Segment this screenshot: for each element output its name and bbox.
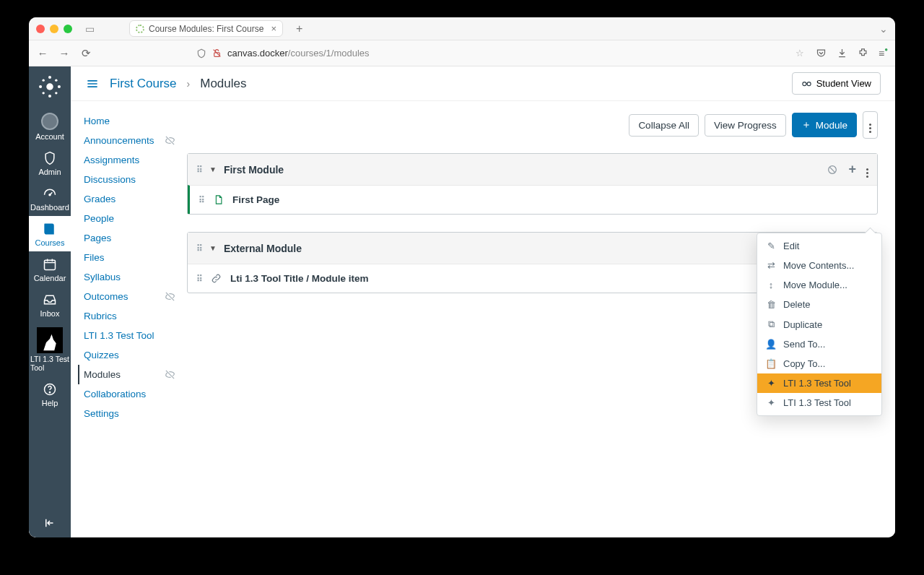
menu-edit[interactable]: ✎Edit (757, 236, 881, 256)
course-nav-item[interactable]: Files (84, 248, 183, 267)
module-options-button[interactable] (866, 161, 868, 178)
course-nav-link[interactable]: Quizzes (84, 350, 119, 360)
course-nav-item[interactable]: Discussions (84, 170, 183, 189)
modules-options-button[interactable] (863, 111, 878, 139)
hidden-icon (165, 291, 175, 302)
student-view-button[interactable]: Student View (792, 72, 881, 95)
course-nav-item[interactable]: People (84, 209, 183, 228)
breadcrumb-course-link[interactable]: First Course (110, 77, 177, 91)
maximize-window-button[interactable] (64, 25, 72, 33)
add-module-button[interactable]: ＋ Module (792, 113, 857, 137)
extensions-icon[interactable] (858, 48, 868, 59)
course-nav-item[interactable]: Settings (84, 404, 183, 423)
course-nav-link[interactable]: Settings (84, 408, 119, 419)
course-nav-item[interactable]: Collaborations (84, 384, 183, 404)
drag-handle-icon[interactable]: ⠿ (196, 165, 202, 175)
svg-point-7 (42, 79, 44, 81)
course-nav-link[interactable]: Home (84, 116, 110, 126)
menu-copy-to[interactable]: 📋Copy To... (757, 354, 881, 373)
nav-account[interactable]: Account (29, 107, 71, 145)
drag-handle-icon[interactable]: ⠿ (199, 195, 204, 205)
nav-label: LTI 1.3 Test Tool (29, 355, 71, 372)
course-nav-link[interactable]: Pages (84, 233, 111, 243)
new-tab-button[interactable]: + (296, 22, 302, 35)
browser-window: ▭ Course Modules: First Course × + ⌄ ← →… (29, 17, 895, 537)
course-nav-link[interactable]: Syllabus (84, 272, 121, 282)
tabs-dropdown-icon[interactable]: ⌄ (879, 23, 888, 35)
forward-button[interactable]: → (58, 47, 71, 59)
nav-help[interactable]: Help (29, 376, 71, 412)
collapse-caret-icon[interactable]: ▼ (209, 244, 217, 252)
canvas-logo[interactable] (35, 72, 64, 101)
back-button[interactable]: ← (36, 47, 49, 59)
course-nav-link[interactable]: Grades (84, 194, 116, 204)
menu-move-module[interactable]: ↕Move Module... (757, 275, 881, 295)
nav-courses[interactable]: Courses (29, 216, 71, 251)
menu-duplicate[interactable]: ⧉Duplicate (757, 314, 881, 334)
course-nav-item[interactable]: LTI 1.3 Test Tool (84, 326, 183, 345)
browser-tab[interactable]: Course Modules: First Course × (129, 20, 283, 37)
app-menu-icon[interactable]: ≡● (879, 48, 888, 59)
downloads-icon[interactable] (837, 48, 847, 59)
sidebar-toggle-icon[interactable]: ▭ (85, 23, 95, 35)
course-nav-item[interactable]: Announcements (84, 131, 183, 150)
close-window-button[interactable] (36, 25, 45, 33)
menu-lti-tool-2[interactable]: ✦LTI 1.3 Test Tool (757, 393, 881, 412)
course-nav-item[interactable]: Syllabus (84, 267, 183, 287)
menu-send-to[interactable]: 👤Send To... (757, 334, 881, 354)
clipboard-icon: 📋 (766, 358, 776, 369)
bookmark-star-icon[interactable]: ☆ (796, 48, 804, 59)
course-nav-item[interactable]: Quizzes (84, 345, 183, 365)
course-nav-link[interactable]: People (84, 213, 114, 224)
nav-label: Inbox (40, 309, 60, 318)
insecure-lock-icon[interactable] (212, 48, 222, 58)
nav-dashboard[interactable]: Dashboard (29, 181, 71, 216)
add-item-button[interactable]: + (848, 162, 856, 177)
nav-calendar[interactable]: Calendar (29, 251, 71, 287)
nav-admin[interactable]: Admin (29, 145, 71, 181)
course-nav-link[interactable]: Modules (84, 369, 121, 380)
url-bar: ← → ⟳ canvas.docker/courses/1/modules ☆ … (29, 40, 895, 66)
url-field[interactable]: canvas.docker/courses/1/modules ☆ (101, 48, 807, 59)
menu-move-contents[interactable]: ⇄Move Contents... (757, 256, 881, 275)
course-nav-link[interactable]: Discussions (84, 174, 136, 185)
menu-delete[interactable]: 🗑Delete (757, 295, 881, 314)
course-nav-item[interactable]: Home (84, 111, 183, 131)
collapse-all-button[interactable]: Collapse All (629, 114, 699, 137)
course-nav-item[interactable]: Rubrics (84, 306, 183, 326)
shield-icon (43, 151, 57, 165)
course-nav-item[interactable]: Assignments (84, 150, 183, 170)
course-nav-link[interactable]: Collaborations (84, 389, 146, 399)
drag-handle-icon[interactable]: ⠿ (196, 274, 202, 284)
nav-label: Account (35, 132, 64, 141)
course-nav-link[interactable]: LTI 1.3 Test Tool (84, 330, 154, 341)
menu-lti-tool-1[interactable]: ✦LTI 1.3 Test Tool (757, 373, 881, 393)
course-nav-link[interactable]: Outcomes (84, 291, 128, 302)
reload-button[interactable]: ⟳ (79, 47, 92, 60)
collapse-icon (43, 516, 56, 529)
course-nav-item[interactable]: Outcomes (84, 287, 183, 306)
course-nav-link[interactable]: Rubrics (84, 311, 117, 321)
pocket-icon[interactable] (816, 48, 827, 59)
tab-close-icon[interactable]: × (271, 23, 276, 34)
course-nav-item[interactable]: Modules (78, 365, 183, 384)
nav-lti-tool[interactable]: LTI 1.3 Test Tool (29, 323, 71, 376)
nav-inbox[interactable]: Inbox (29, 287, 71, 322)
nav-collapse-button[interactable] (29, 509, 71, 537)
course-nav-link[interactable]: Files (84, 252, 105, 263)
module-header[interactable]: ⠿▼First Module+ (188, 154, 877, 185)
course-nav-toggle[interactable] (85, 77, 100, 91)
breadcrumb-bar: First Course › Modules Student View (71, 66, 895, 101)
drag-handle-icon[interactable]: ⠿ (196, 243, 202, 254)
shield-icon[interactable] (196, 48, 206, 59)
unpublished-icon[interactable] (827, 164, 838, 176)
course-nav-link[interactable]: Announcements (84, 135, 154, 146)
course-nav-item[interactable]: Grades (84, 189, 183, 209)
collapse-caret-icon[interactable]: ▼ (209, 165, 217, 173)
tab-title: Course Modules: First Course (149, 24, 263, 34)
course-nav-item[interactable]: Pages (84, 228, 183, 248)
minimize-window-button[interactable] (50, 25, 58, 33)
module-item[interactable]: ⠿First Page (188, 185, 877, 214)
view-progress-button[interactable]: View Progress (705, 114, 786, 137)
course-nav-link[interactable]: Assignments (84, 155, 139, 165)
